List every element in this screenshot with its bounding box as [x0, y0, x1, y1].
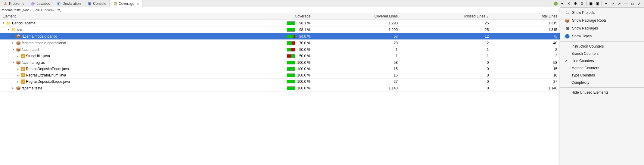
- dropdown-item-show-package-roots[interactable]: 📦Show Package Roots: [560, 17, 644, 24]
- tree-arrow[interactable]: [17, 68, 20, 70]
- table-row[interactable]: 📁 BancoFacema 98.1 % 1,290251,315: [0, 20, 560, 26]
- coverage-pct: 100.0 %: [297, 61, 310, 65]
- col-header-total_lines: Total Lines: [491, 13, 560, 20]
- coverage-bar: [287, 80, 295, 83]
- table-row[interactable]: J RegrasExtratoEnum.java 100.0 % 16016: [0, 72, 560, 79]
- toolbar-btn-run-coverage[interactable]: 🟢: [552, 1, 558, 7]
- element-name: RegrasDepositoEnum.java: [26, 67, 69, 71]
- table-row[interactable]: 📦 facema.regras 100.0 % 58058: [0, 59, 560, 66]
- tree-arrow[interactable]: [12, 42, 15, 44]
- tab-declaration[interactable]: ◧Declaration: [53, 0, 84, 7]
- tree-arrow[interactable]: [17, 55, 20, 58]
- table-row[interactable]: 📦 facema.modelo.operacional 70.0 % 28124…: [0, 40, 560, 46]
- table-row[interactable]: 📦 facema.teste 100.0 % 1,14001,140: [0, 85, 560, 92]
- java-file-icon: J: [21, 79, 25, 84]
- toolbar-btn-maximize-restore[interactable]: ↗: [616, 1, 622, 7]
- col-header-coverage: Coverage: [224, 13, 313, 20]
- coverage-pct: 98.1 %: [297, 28, 310, 32]
- dropdown-item-show-projects[interactable]: 🗂Show Projects: [560, 9, 644, 17]
- dropdown-item-show-types[interactable]: 🔵Show Types: [560, 32, 644, 40]
- tree-arrow[interactable]: [17, 80, 20, 83]
- coverage-bar: [287, 35, 295, 38]
- dropdown-item-label-show-packages: Show Packages: [572, 26, 598, 30]
- tree-arrow[interactable]: [12, 35, 15, 38]
- toolbar-btn-square-btn[interactable]: □: [630, 1, 636, 7]
- table-row[interactable]: 📦 facema.util 50.0 % 112: [0, 46, 560, 53]
- table-container[interactable]: ElementCoverageCovered LinesMissed Lines…: [0, 13, 560, 165]
- dropdown-item-label-branch-counters: Branch Counters: [571, 51, 599, 56]
- covered-lines-facema-modelo-banco: 63: [313, 33, 400, 40]
- coverage-bar-cell: 98.1 %: [227, 28, 311, 32]
- element-name: facema.util: [22, 48, 39, 52]
- dropdown-item-line-counters[interactable]: Line Counters: [560, 57, 644, 64]
- table-row[interactable]: 📦 facema.modelo.banco 84.0 % 631275: [0, 33, 560, 40]
- package-icon: 📦: [16, 47, 21, 52]
- coverage-bar: [287, 67, 295, 71]
- element-cell-facema-modelo-banco: 📦 facema.modelo.banco: [0, 33, 224, 40]
- element-name: facema.regras: [22, 61, 45, 65]
- tree-arrow[interactable]: [12, 87, 15, 89]
- toolbar-btn-run-dropdown[interactable]: ▼: [559, 1, 565, 7]
- tab-javadoc[interactable]: @Javadoc: [28, 0, 54, 7]
- element-name: RegrasDepositoSaque.java: [26, 79, 70, 84]
- declaration-tab-icon: ◧: [57, 2, 61, 6]
- tree-arrow[interactable]: [2, 22, 5, 24]
- toolbar-btn-view1[interactable]: ▣: [588, 1, 594, 7]
- dropdown-item-show-packages[interactable]: ⊞Show Packages: [560, 24, 644, 32]
- coverage-pct: 100.0 %: [297, 73, 310, 77]
- table-row[interactable]: J StringUtils.java 50.0 % 112: [0, 53, 560, 59]
- tab-problems[interactable]: ⚠Problems: [0, 0, 28, 7]
- coverage-bar-cell: 100.0 %: [227, 86, 311, 90]
- toolbar-btn-dash-btn[interactable]: —: [623, 1, 629, 7]
- dropdown-item-branch-counters[interactable]: Branch Counters: [560, 50, 644, 57]
- coverage-bar: [287, 28, 295, 32]
- problems-tab-label: Problems: [9, 2, 24, 6]
- tab-bar: ⚠Problems@Javadoc◧Declaration▣Console▤Co…: [0, 0, 644, 7]
- dropdown-item-label-show-types: Show Types: [572, 34, 592, 38]
- coverage-bar: [287, 21, 295, 25]
- java-file-icon: J: [21, 67, 25, 71]
- dropdown-item-hide-unused[interactable]: Hide Unused Elements: [560, 89, 644, 96]
- javadoc-tab-icon: @: [31, 2, 35, 6]
- toolbar-btn-stop[interactable]: ✕: [566, 1, 572, 7]
- tree-arrow[interactable]: [17, 74, 20, 77]
- coverage-bar-cell: 100.0 %: [227, 67, 311, 71]
- table-row[interactable]: J RegrasDepositoSaque.java 100.0 % 27027: [0, 79, 560, 85]
- tab-coverage[interactable]: ▤Coverage✕: [110, 0, 142, 7]
- toolbar-btn-expand-btn[interactable]: ⤢: [636, 1, 642, 7]
- tab-console[interactable]: ▣Console: [84, 0, 110, 7]
- dropdown-item-instruction-counters[interactable]: Instruction Counters: [560, 43, 644, 50]
- missed-lines-facema-util: 1: [400, 46, 491, 53]
- toolbar-btn-gear1[interactable]: ⚙: [572, 1, 578, 7]
- coverage-pct: 100.0 %: [297, 79, 310, 84]
- coverage-tab-close[interactable]: ✕: [137, 2, 139, 5]
- coverage-bar: [287, 86, 295, 90]
- table-row[interactable]: J RegrasDepositoEnum.java 100.0 % 15015: [0, 66, 560, 72]
- toolbar-btn-minimize[interactable]: ↗: [610, 1, 616, 7]
- tree-arrow[interactable]: [12, 48, 15, 51]
- tree-arrow[interactable]: [12, 61, 15, 64]
- dropdown-item-label-show-package-roots: Show Package Roots: [572, 18, 607, 23]
- toolbar-btn-view2[interactable]: ▣: [594, 1, 600, 7]
- covered-lines-regras-extrato: 16: [313, 72, 400, 79]
- element-cell-facema-modelo-operacional: 📦 facema.modelo.operacional: [0, 40, 224, 46]
- tree-arrow[interactable]: [7, 28, 10, 31]
- dropdown-item-label-instruction-counters: Instruction Counters: [571, 44, 604, 48]
- total-lines-string-utils: 2: [491, 53, 560, 59]
- dropdown-menu: 🗂Show Projects📦Show Package Roots⊞Show P…: [560, 7, 644, 165]
- tabs-left: ⚠Problems@Javadoc◧Declaration▣Console▤Co…: [0, 0, 551, 7]
- dropdown-item-complexity[interactable]: Complexity: [560, 79, 644, 86]
- dropdown-item-label-hide-unused: Hide Unused Elements: [571, 90, 608, 95]
- col-header-missed_lines[interactable]: Missed Lines ∨: [400, 13, 491, 20]
- coverage-bar: [287, 48, 295, 51]
- header-row: ElementCoverageCovered LinesMissed Lines…: [0, 13, 560, 20]
- toolbar-btn-dropdown-arrow[interactable]: ▼: [603, 1, 609, 7]
- table-row[interactable]: 📁 src 98.1 % 1,290251,315: [0, 26, 560, 33]
- table-header: ElementCoverageCovered LinesMissed Lines…: [0, 13, 560, 20]
- element-cell-facema-teste: 📦 facema.teste: [0, 85, 224, 92]
- toolbar-btn-gear2[interactable]: ⚙: [579, 1, 585, 7]
- dropdown-item-type-counters[interactable]: Type Counters: [560, 72, 644, 79]
- dropdown-item-method-counters[interactable]: Method Counters: [560, 64, 644, 72]
- missed-lines-regras-saque: 0: [400, 79, 491, 85]
- coverage-bar-cell: 100.0 %: [227, 79, 311, 84]
